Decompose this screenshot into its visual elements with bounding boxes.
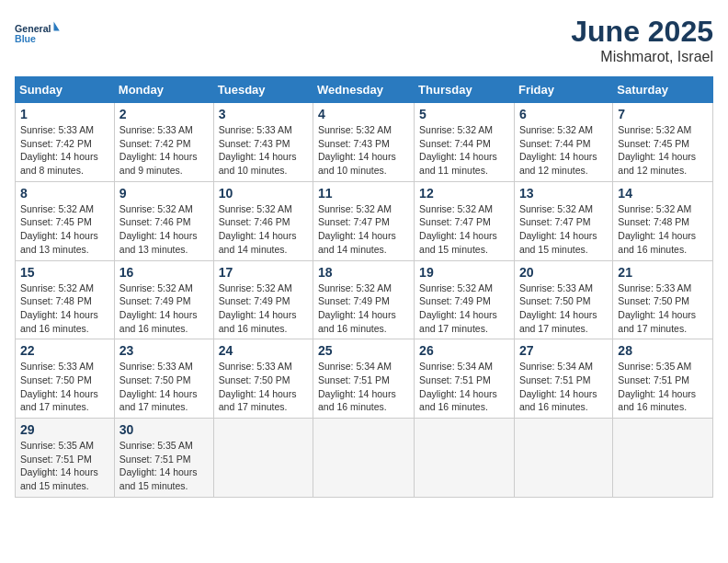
table-row: 12 Sunrise: 5:32 AMSunset: 7:47 PMDaylig… [415,181,515,260]
day-number: 1 [20,107,109,121]
table-row: 23 Sunrise: 5:33 AMSunset: 7:50 PMDaylig… [114,339,213,419]
table-row: 9 Sunrise: 5:32 AMSunset: 7:46 PMDayligh… [114,181,213,260]
table-row: 11 Sunrise: 5:32 AMSunset: 7:47 PMDaylig… [313,181,415,260]
day-number: 12 [419,186,509,201]
day-info: Sunrise: 5:32 AMSunset: 7:43 PMDaylight:… [318,124,396,176]
table-row: 4 Sunrise: 5:32 AMSunset: 7:43 PMDayligh… [313,103,415,182]
header-row: Sunday Monday Tuesday Wednesday Thursday… [16,77,713,103]
day-info: Sunrise: 5:32 AMSunset: 7:44 PMDaylight:… [419,124,497,176]
day-info: Sunrise: 5:32 AMSunset: 7:44 PMDaylight:… [519,124,597,176]
day-number: 23 [119,343,209,358]
day-number: 10 [219,186,308,201]
table-row: 26 Sunrise: 5:34 AMSunset: 7:51 PMDaylig… [415,339,515,419]
day-number: 4 [318,107,409,121]
day-info: Sunrise: 5:33 AMSunset: 7:42 PMDaylight:… [20,124,98,176]
day-number: 26 [419,343,509,358]
table-row: 19 Sunrise: 5:32 AMSunset: 7:49 PMDaylig… [415,260,515,339]
table-row: 14 Sunrise: 5:32 AMSunset: 7:48 PMDaylig… [613,181,713,260]
table-row: 3 Sunrise: 5:33 AMSunset: 7:43 PMDayligh… [213,103,313,182]
day-info: Sunrise: 5:32 AMSunset: 7:47 PMDaylight:… [519,203,597,255]
day-info: Sunrise: 5:33 AMSunset: 7:50 PMDaylight:… [119,361,198,412]
day-number: 25 [318,343,409,358]
day-number: 5 [419,107,509,121]
day-info: Sunrise: 5:32 AMSunset: 7:45 PMDaylight:… [20,203,98,255]
table-row: 6 Sunrise: 5:32 AMSunset: 7:44 PMDayligh… [514,103,612,182]
col-monday: Monday [114,77,213,103]
day-number: 18 [318,265,409,280]
logo-svg: General Blue [15,15,61,52]
svg-marker-2 [54,22,60,31]
table-row: 7 Sunrise: 5:32 AMSunset: 7:45 PMDayligh… [613,103,713,182]
table-row: 25 Sunrise: 5:34 AMSunset: 7:51 PMDaylig… [313,339,415,419]
day-info: Sunrise: 5:34 AMSunset: 7:51 PMDaylight:… [419,361,497,412]
day-info: Sunrise: 5:32 AMSunset: 7:46 PMDaylight:… [219,203,297,255]
day-info: Sunrise: 5:32 AMSunset: 7:48 PMDaylight:… [20,282,98,334]
day-info: Sunrise: 5:33 AMSunset: 7:50 PMDaylight:… [618,282,696,334]
day-number: 6 [519,107,608,121]
table-row [213,419,313,498]
day-number: 11 [318,186,409,201]
day-number: 19 [419,265,509,280]
calendar-row: 8 Sunrise: 5:32 AMSunset: 7:45 PMDayligh… [16,181,713,260]
col-wednesday: Wednesday [313,77,415,103]
table-row: 17 Sunrise: 5:32 AMSunset: 7:49 PMDaylig… [213,260,313,339]
day-number: 27 [519,343,608,358]
day-number: 15 [20,265,109,280]
table-row: 18 Sunrise: 5:32 AMSunset: 7:49 PMDaylig… [313,260,415,339]
day-info: Sunrise: 5:32 AMSunset: 7:46 PMDaylight:… [119,203,198,255]
day-info: Sunrise: 5:32 AMSunset: 7:49 PMDaylight:… [318,282,396,334]
col-saturday: Saturday [613,77,713,103]
table-row [514,419,612,498]
calendar-row: 29 Sunrise: 5:35 AMSunset: 7:51 PMDaylig… [16,419,713,498]
table-row: 28 Sunrise: 5:35 AMSunset: 7:51 PMDaylig… [613,339,713,419]
table-row [415,419,515,498]
day-info: Sunrise: 5:32 AMSunset: 7:45 PMDaylight:… [618,124,696,176]
day-info: Sunrise: 5:35 AMSunset: 7:51 PMDaylight:… [20,440,98,491]
calendar-table: Sunday Monday Tuesday Wednesday Thursday… [15,76,713,498]
table-row: 10 Sunrise: 5:32 AMSunset: 7:46 PMDaylig… [213,181,313,260]
table-row: 8 Sunrise: 5:32 AMSunset: 7:45 PMDayligh… [16,181,115,260]
calendar-row: 15 Sunrise: 5:32 AMSunset: 7:48 PMDaylig… [16,260,713,339]
location: Mishmarot, Israel [571,49,713,65]
table-row [613,419,713,498]
day-number: 29 [20,422,109,437]
day-info: Sunrise: 5:35 AMSunset: 7:51 PMDaylight:… [119,440,198,491]
day-info: Sunrise: 5:32 AMSunset: 7:49 PMDaylight:… [419,282,497,334]
table-row: 2 Sunrise: 5:33 AMSunset: 7:42 PMDayligh… [114,103,213,182]
day-number: 20 [519,265,608,280]
page-header: General Blue June 2025 Mishmarot, Israel [15,15,713,65]
day-info: Sunrise: 5:32 AMSunset: 7:49 PMDaylight:… [119,282,198,334]
day-info: Sunrise: 5:33 AMSunset: 7:43 PMDaylight:… [219,124,297,176]
day-info: Sunrise: 5:34 AMSunset: 7:51 PMDaylight:… [318,361,396,412]
day-number: 30 [119,422,209,437]
day-number: 16 [119,265,209,280]
col-tuesday: Tuesday [213,77,313,103]
col-friday: Friday [514,77,612,103]
day-info: Sunrise: 5:33 AMSunset: 7:50 PMDaylight:… [20,361,98,412]
day-number: 7 [618,107,708,121]
table-row: 22 Sunrise: 5:33 AMSunset: 7:50 PMDaylig… [16,339,115,419]
title-area: June 2025 Mishmarot, Israel [571,15,713,65]
table-row: 16 Sunrise: 5:32 AMSunset: 7:49 PMDaylig… [114,260,213,339]
day-number: 24 [219,343,308,358]
day-number: 3 [219,107,308,121]
day-info: Sunrise: 5:33 AMSunset: 7:42 PMDaylight:… [119,124,198,176]
col-sunday: Sunday [16,77,115,103]
calendar-row: 22 Sunrise: 5:33 AMSunset: 7:50 PMDaylig… [16,339,713,419]
table-row: 1 Sunrise: 5:33 AMSunset: 7:42 PMDayligh… [16,103,115,182]
day-number: 28 [618,343,708,358]
table-row: 27 Sunrise: 5:34 AMSunset: 7:51 PMDaylig… [514,339,612,419]
day-info: Sunrise: 5:32 AMSunset: 7:47 PMDaylight:… [318,203,396,255]
day-info: Sunrise: 5:33 AMSunset: 7:50 PMDaylight:… [519,282,597,334]
col-thursday: Thursday [415,77,515,103]
day-info: Sunrise: 5:34 AMSunset: 7:51 PMDaylight:… [519,361,597,412]
table-row: 21 Sunrise: 5:33 AMSunset: 7:50 PMDaylig… [613,260,713,339]
table-row [313,419,415,498]
table-row: 24 Sunrise: 5:33 AMSunset: 7:50 PMDaylig… [213,339,313,419]
svg-text:Blue: Blue [15,33,36,44]
table-row: 13 Sunrise: 5:32 AMSunset: 7:47 PMDaylig… [514,181,612,260]
day-number: 8 [20,186,109,201]
table-row: 15 Sunrise: 5:32 AMSunset: 7:48 PMDaylig… [16,260,115,339]
table-row: 5 Sunrise: 5:32 AMSunset: 7:44 PMDayligh… [415,103,515,182]
table-row: 29 Sunrise: 5:35 AMSunset: 7:51 PMDaylig… [16,419,115,498]
